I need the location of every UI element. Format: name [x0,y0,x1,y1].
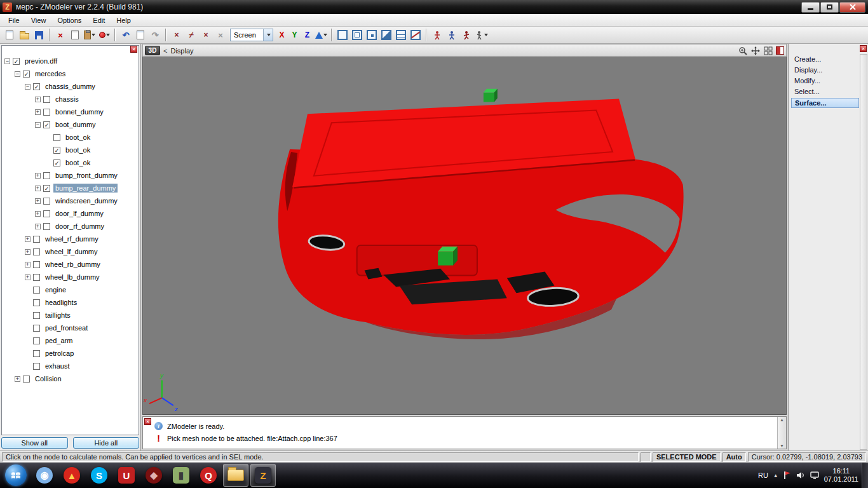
viewport-back-button[interactable]: < [163,47,167,55]
tree-checkbox[interactable]: ✓ [33,83,40,90]
redo-button[interactable]: ↷ [148,28,162,42]
tree-expander-icon[interactable]: − [25,84,31,90]
clock[interactable]: 16:11 07.01.2011 [824,467,858,484]
viewport-layout-button[interactable] [763,46,773,56]
viewport-mode-button[interactable]: 3D [145,46,160,55]
tree-checkbox[interactable] [33,287,40,294]
command-display[interactable]: Display... [791,65,859,76]
taskbar-app-magnet-app[interactable]: U [114,464,139,487]
bone-button[interactable] [445,28,459,42]
tree-checkbox[interactable] [43,198,50,205]
tree-expander-icon[interactable]: + [25,274,31,280]
show-all-button[interactable]: Show all [1,437,68,449]
menu-edit[interactable]: Edit [87,15,111,25]
tree-expander-icon[interactable]: − [4,58,10,64]
menu-view[interactable]: View [25,15,52,25]
tree-item-boot_ok[interactable]: ✓boot_ok [2,156,139,169]
axis-z-toggle[interactable]: Z [301,29,313,41]
taskbar-app-media-app[interactable]: ◆ [141,464,166,487]
tree-item-ped_arm[interactable]: ped_arm [2,334,139,347]
record-dropdown-icon[interactable] [106,34,110,36]
screen-mode-dropdown[interactable]: Screen [230,29,273,41]
viewport-scene[interactable]: y x z [143,57,786,414]
axis-x-toggle[interactable]: X [276,29,288,41]
break-tool-button[interactable]: ⌿ [184,28,198,42]
command-modify[interactable]: Modify... [791,76,859,86]
view-vertices-button[interactable] [365,28,379,42]
tree-checkbox[interactable] [33,325,40,332]
tree-item-wheel_rb_dummy[interactable]: +wheel_rb_dummy [2,258,139,271]
tree-item-petrolcap[interactable]: petrolcap [2,347,139,360]
tree-item-bump_front_dummy[interactable]: +bump_front_dummy [2,169,139,182]
skeleton-button[interactable] [430,28,444,42]
tree-expander-icon[interactable]: + [25,262,31,268]
tree-item-wheel_lb_dummy[interactable]: +wheel_lb_dummy [2,271,139,283]
hide-all-button[interactable]: Hide all [73,437,140,449]
viewport-3d[interactable]: y x z [142,57,787,415]
tree-item-wheel_lf_dummy[interactable]: +wheel_lf_dummy [2,245,139,258]
tree-item-engine[interactable]: engine [2,283,139,296]
tree-item-taillights[interactable]: taillights [2,309,139,322]
tree-item-chassis[interactable]: +chassis [2,93,139,105]
tree-checkbox[interactable]: ✓ [53,159,60,166]
material-button[interactable] [314,28,328,42]
minimize-button[interactable] [801,2,820,13]
tree-checkbox[interactable] [53,134,60,141]
new-file-button[interactable] [3,28,17,42]
tree-item-boot_ok[interactable]: boot_ok [2,131,139,144]
tree-expander-icon[interactable]: + [35,109,41,115]
network-icon[interactable] [810,471,819,479]
menu-options[interactable]: Options [51,15,87,25]
command-select[interactable]: Select... [791,87,859,97]
material-dropdown-icon[interactable] [323,34,327,36]
tree-checkbox[interactable] [43,223,50,230]
volume-icon[interactable] [796,471,805,479]
view-shaded-button[interactable] [379,28,393,42]
tree-checkbox[interactable]: ✓ [43,121,50,128]
tree-expander-icon[interactable]: + [35,211,41,217]
tree-checkbox[interactable] [33,261,40,268]
tree-item-windscreen_dummy[interactable]: +windscreen_dummy [2,194,139,207]
close-button[interactable] [839,2,865,13]
tree-expander-icon[interactable]: − [15,71,20,77]
tree-checkbox[interactable] [33,248,40,255]
tree-checkbox[interactable]: ✓ [53,147,60,154]
commands-panel-close-button[interactable]: × [860,45,867,52]
save-file-button[interactable] [32,28,46,42]
tree-item-headlights[interactable]: headlights [2,296,139,309]
commands-scrollbar[interactable] [860,54,867,450]
tree-item-previon.dff[interactable]: −✓previon.dff [2,55,139,67]
tree-checkbox[interactable] [33,350,40,357]
language-indicator[interactable]: RU [758,471,768,479]
view-grid-button[interactable] [394,28,408,42]
tree-item-bump_rear_dummy[interactable]: +✓bump_rear_dummy [2,182,139,194]
start-button[interactable] [5,464,27,486]
tree-item-bonnet_dummy[interactable]: +bonnet_dummy [2,105,139,118]
pan-button[interactable] [750,46,761,56]
taskbar-app-explorer[interactable] [223,464,248,487]
tree-expander-icon[interactable]: + [35,224,41,229]
tree-checkbox[interactable] [33,236,40,243]
tree-checkbox[interactable]: ✓ [43,185,50,192]
tree-checkbox[interactable]: ✓ [23,71,30,78]
import-button[interactable] [68,28,82,42]
view-backface-button[interactable] [409,28,423,42]
tree-item-mercedes[interactable]: −✓mercedes [2,67,139,80]
tree-checkbox[interactable] [43,96,50,103]
undo-button[interactable]: ↶ [119,28,133,42]
tree-expander-icon[interactable]: + [25,236,31,242]
tree-checkbox[interactable] [43,210,50,217]
tree-item-wheel_rf_dummy[interactable]: +wheel_rf_dummy [2,233,139,245]
paste-button[interactable] [83,28,97,42]
tree-expander-icon[interactable]: + [15,376,20,382]
zoom-button[interactable] [738,46,748,56]
pose-button[interactable] [474,28,488,42]
log-close-button[interactable]: × [144,418,151,425]
taskbar-app-skype[interactable]: S [86,464,112,487]
menu-help[interactable]: Help [111,15,137,25]
tree-expander-icon[interactable]: + [35,173,41,179]
tree-expander-icon[interactable]: + [25,249,31,255]
tree-item-door_lf_dummy[interactable]: +door_lf_dummy [2,207,139,220]
tree-checkbox[interactable]: ✓ [13,58,20,65]
flag-icon[interactable] [783,471,791,480]
